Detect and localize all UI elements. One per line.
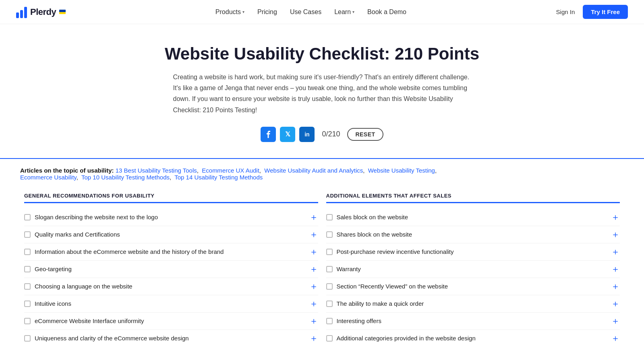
- logo-bar-1: [16, 12, 19, 18]
- checklist-plus-6[interactable]: ＋: [309, 317, 318, 325]
- reset-button[interactable]: RESET: [347, 128, 383, 141]
- try-free-button[interactable]: Try It Free: [583, 5, 628, 19]
- twitter-icon: 𝕏: [285, 130, 290, 138]
- checklist-plus-4[interactable]: ＋: [309, 282, 318, 291]
- products-chevron-icon: ▾: [242, 10, 244, 14]
- checklist-r-checkbox-7[interactable]: [326, 335, 333, 342]
- checklist-r-plus-2[interactable]: ＋: [611, 247, 620, 256]
- checklist-label-1: Quality marks and Certifications: [35, 230, 120, 239]
- checklist-r-label-1: Shares block on the website: [337, 230, 412, 239]
- checklist-r-label-2: Post-purchase review incentive functiona…: [337, 247, 454, 256]
- ukraine-flag-icon: [59, 10, 66, 14]
- checklist-r-plus-0[interactable]: ＋: [611, 213, 620, 222]
- article-link-1[interactable]: Ecommerce UX Audit: [202, 167, 259, 174]
- header: Plerdy Products ▾ Pricing Use Cases Lear…: [0, 0, 644, 24]
- checklist-r-checkbox-2[interactable]: [326, 249, 333, 255]
- list-item: Sales block on the website ＋: [326, 209, 620, 226]
- checklist-item-left: Shares block on the website: [326, 230, 607, 239]
- checklist-plus-0[interactable]: ＋: [309, 213, 318, 222]
- checklist-checkbox-1[interactable]: [24, 231, 31, 238]
- checklist-item-left: Interesting offers: [326, 317, 607, 325]
- nav-book-demo[interactable]: Book a Demo: [367, 8, 406, 16]
- list-item: Information about the eCommerce website …: [24, 243, 318, 261]
- articles-section: Articles on the topic of usability: 13 B…: [0, 159, 644, 185]
- checklist-checkbox-3[interactable]: [24, 266, 31, 272]
- checklist-checkbox-5[interactable]: [24, 301, 31, 307]
- checklist-r-checkbox-3[interactable]: [326, 266, 333, 272]
- nav-products[interactable]: Products ▾: [215, 8, 244, 16]
- checklist-r-label-0: Sales block on the website: [337, 213, 408, 221]
- main-nav: Products ▾ Pricing Use Cases Learn ▾ Boo…: [215, 8, 406, 16]
- checklist-r-checkbox-6[interactable]: [326, 318, 333, 324]
- logo-text: Plerdy: [30, 7, 56, 17]
- checklist-item-left: Information about the eCommerce website …: [24, 247, 305, 256]
- checklist-plus-7[interactable]: ＋: [309, 334, 318, 343]
- linkedin-text-icon: in: [304, 131, 309, 138]
- checklist-r-checkbox-1[interactable]: [326, 231, 333, 238]
- list-item: Post-purchase review incentive functiona…: [326, 243, 620, 261]
- checklist-left-title: GENERAL RECOMMENDATIONS FOR USABILITY: [24, 193, 318, 203]
- checklist-label-3: Geo-targeting: [35, 265, 72, 273]
- checklist-checkbox-4[interactable]: [24, 283, 31, 290]
- header-actions: Sign In Try It Free: [556, 5, 628, 19]
- nav-use-cases[interactable]: Use Cases: [290, 8, 321, 16]
- checklist-item-left: The ability to make a quick order: [326, 299, 607, 308]
- checklist-r-checkbox-5[interactable]: [326, 301, 333, 307]
- list-item: The ability to make a quick order ＋: [326, 295, 620, 313]
- facebook-icon: [266, 130, 271, 138]
- articles-prefix: Articles on the topic of usability:: [20, 167, 114, 174]
- article-link-2[interactable]: Website Usability Audit and Analytics: [264, 167, 363, 174]
- list-item: Shares block on the website ＋: [326, 226, 620, 243]
- logo-icon: [16, 6, 27, 18]
- checklist-label-4: Choosing a language on the website: [35, 282, 133, 290]
- checklist-r-plus-3[interactable]: ＋: [611, 265, 620, 274]
- checklist-checkbox-7[interactable]: [24, 335, 31, 342]
- sign-in-link[interactable]: Sign In: [556, 8, 575, 15]
- article-link-0[interactable]: 13 Best Usability Testing Tools: [116, 167, 197, 174]
- checklist-r-label-7: Additional categories provided in the we…: [337, 334, 476, 342]
- article-link-5[interactable]: Top 10 Usability Testing Methods: [81, 174, 170, 181]
- page-title: Website Usability Checklist: 210 Points: [81, 44, 563, 64]
- checklist-right-col: ADDITIONAL ELEMENTS THAT AFFECT SALES Sa…: [322, 193, 624, 346]
- checklist-checkbox-6[interactable]: [24, 318, 31, 324]
- list-item: Warranty ＋: [326, 261, 620, 278]
- checklist-label-7: Uniqueness and clarity of the eCommerce …: [35, 334, 189, 342]
- list-item: Choosing a language on the website ＋: [24, 278, 318, 295]
- checklist-section: GENERAL RECOMMENDATIONS FOR USABILITY Sl…: [0, 185, 644, 346]
- nav-pricing[interactable]: Pricing: [257, 8, 277, 16]
- checklist-r-plus-1[interactable]: ＋: [611, 230, 620, 239]
- article-link-6[interactable]: Top 14 Usability Testing Methods: [174, 174, 263, 181]
- checklist-r-checkbox-0[interactable]: [326, 214, 333, 220]
- checklist-plus-3[interactable]: ＋: [309, 265, 318, 274]
- checklist-checkbox-0[interactable]: [24, 214, 31, 220]
- article-link-4[interactable]: Ecommerce Usability: [20, 174, 77, 181]
- checklist-item-left: Warranty: [326, 265, 607, 273]
- checklist-item-left: Intuitive icons: [24, 299, 305, 308]
- twitter-share-button[interactable]: 𝕏: [280, 127, 295, 142]
- checklist-r-checkbox-4[interactable]: [326, 283, 333, 290]
- checklist-item-left: eCommerce Website Interface uniformity: [24, 317, 305, 325]
- checklist-r-plus-4[interactable]: ＋: [611, 282, 620, 291]
- checklist-label-0: Slogan describing the website next to th…: [35, 213, 158, 221]
- checklist-r-plus-7[interactable]: ＋: [611, 334, 620, 343]
- logo[interactable]: Plerdy: [16, 6, 66, 18]
- checklist-r-plus-6[interactable]: ＋: [611, 317, 620, 325]
- facebook-share-button[interactable]: [261, 127, 276, 142]
- checklist-r-label-3: Warranty: [337, 265, 361, 273]
- checklist-item-left: Post-purchase review incentive functiona…: [326, 247, 607, 256]
- checklist-item-left: Choosing a language on the website: [24, 282, 305, 290]
- article-link-3[interactable]: Website Usability Testing: [368, 167, 435, 174]
- checklist-r-plus-5[interactable]: ＋: [611, 299, 620, 308]
- checklist-r-label-6: Interesting offers: [337, 317, 381, 325]
- checklist-plus-5[interactable]: ＋: [309, 299, 318, 308]
- checklist-label-6: eCommerce Website Interface uniformity: [35, 317, 144, 325]
- linkedin-share-button[interactable]: in: [299, 127, 315, 142]
- checklist-plus-1[interactable]: ＋: [309, 230, 318, 239]
- nav-learn[interactable]: Learn ▾: [334, 8, 354, 16]
- checklist-checkbox-2[interactable]: [24, 249, 31, 255]
- list-item: Section “Recently Viewed” on the website…: [326, 278, 620, 295]
- checklist-plus-2[interactable]: ＋: [309, 247, 318, 256]
- checklist-r-label-5: The ability to make a quick order: [337, 299, 424, 308]
- list-item: Interesting offers ＋: [326, 313, 620, 330]
- hero-section: Website Usability Checklist: 210 Points …: [0, 24, 644, 158]
